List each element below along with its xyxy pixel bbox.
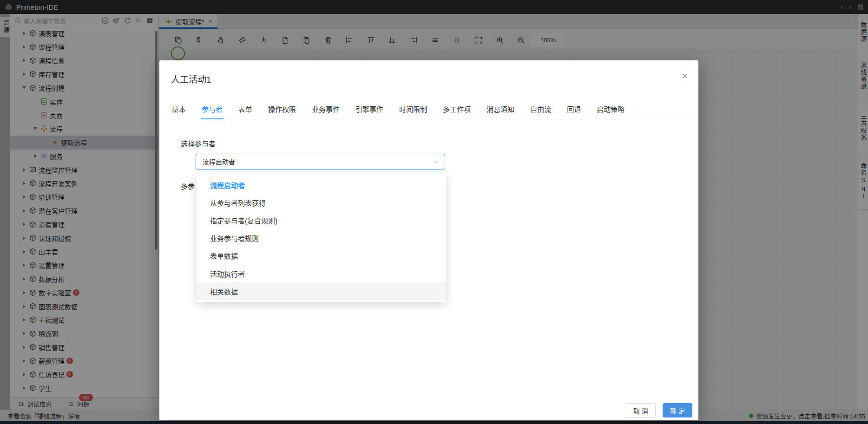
dialog-tab[interactable]: 基本 <box>171 98 187 119</box>
dialog-tab[interactable]: 回退 <box>566 98 582 119</box>
dialog-tab[interactable]: 自由流 <box>529 98 552 119</box>
dialog-tab[interactable]: 消息通知 <box>486 98 515 119</box>
dialog-tab[interactable]: 启动策略 <box>596 98 625 119</box>
app-window: Primeton-IDE ‹ › 资源 输入关键字搜索 AIin 课表管理课程管… <box>0 0 868 424</box>
participant-dropdown: 流程启动者从参与者列表获得指定参与者(复合规则)业务参与者规则表单数据活动执行者… <box>197 174 446 302</box>
participant-select-label: 选择参与者 <box>181 138 216 148</box>
dialog-close-icon[interactable]: ✕ <box>682 72 688 80</box>
dialog-tab[interactable]: 参与者 <box>201 98 224 119</box>
ok-button[interactable]: 确 定 <box>663 403 692 417</box>
dropdown-option[interactable]: 流程启动者 <box>197 176 446 194</box>
dialog-tab[interactable]: 业务事件 <box>311 98 341 119</box>
dropdown-option[interactable]: 指定参与者(复合规则) <box>197 211 446 229</box>
dropdown-option[interactable]: 业务参与者规则 <box>197 229 446 247</box>
chevron-up-icon <box>433 159 439 165</box>
dropdown-option[interactable]: 表单数据 <box>197 247 446 265</box>
dialog-tab[interactable]: 引擎事件 <box>355 98 384 119</box>
participant-select[interactable]: 流程启动者 <box>196 154 445 170</box>
participant-select-value: 流程启动者 <box>203 157 433 166</box>
dialog-tab[interactable]: 多工作项 <box>442 98 472 119</box>
cancel-button[interactable]: 取 消 <box>626 403 656 417</box>
dropdown-option[interactable]: 相关数据 <box>197 282 446 300</box>
dialog-tabs: 基本参与者表单操作权限业务事件引擎事件时间限制多工作项消息通知自由流回退启动策略 <box>159 98 698 119</box>
dropdown-option[interactable]: 活动执行者 <box>197 265 446 282</box>
dialog-tab[interactable]: 表单 <box>237 98 253 119</box>
dialog-title: 人工活动1 <box>171 72 211 85</box>
dialog-tab[interactable]: 时间限制 <box>398 98 428 119</box>
dialog-tab[interactable]: 操作权限 <box>267 98 297 119</box>
multi-participant-label-partial: 多参 <box>181 181 195 191</box>
dropdown-option[interactable]: 从参与者列表获得 <box>197 194 446 211</box>
